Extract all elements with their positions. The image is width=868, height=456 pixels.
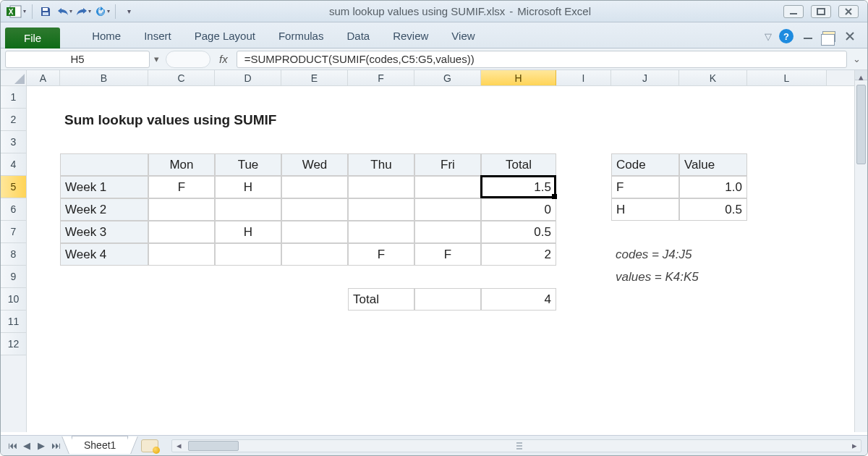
tab-insert[interactable]: Insert	[132, 25, 183, 48]
sheet-title[interactable]: Sum lookup values using SUMIF	[60, 109, 556, 131]
grand-total-spacer[interactable]	[414, 288, 481, 311]
table-cell[interactable]	[414, 198, 481, 221]
week-label[interactable]: Week 3	[60, 221, 148, 243]
col-header-B[interactable]: B	[60, 70, 148, 85]
table-cell[interactable]	[281, 176, 348, 198]
note-values[interactable]: values = K4:K5	[611, 266, 827, 288]
table-cell[interactable]	[281, 243, 348, 266]
table-cell[interactable]: F	[148, 176, 215, 198]
col-header-J[interactable]: J	[611, 70, 679, 85]
vscroll-thumb[interactable]	[856, 85, 866, 164]
table-cell[interactable]: H	[215, 176, 281, 198]
tab-nav-first-icon[interactable]: ⏮	[5, 439, 20, 453]
scroll-left-icon[interactable]: ◂	[172, 440, 185, 452]
table-header[interactable]: Fri	[414, 153, 481, 176]
table-cell[interactable]: F	[348, 243, 414, 266]
col-header-D[interactable]: D	[215, 70, 281, 85]
col-header-F[interactable]: F	[348, 70, 414, 85]
table-cell[interactable]	[348, 221, 414, 243]
grand-total-value[interactable]: 4	[481, 288, 556, 311]
table-header[interactable]: Wed	[281, 153, 348, 176]
row-header-3[interactable]: 3	[1, 131, 26, 153]
note-codes[interactable]: codes = J4:J5	[611, 243, 827, 266]
week-label[interactable]: Week 2	[60, 198, 148, 221]
workbook-restore-icon[interactable]	[822, 31, 835, 42]
tab-nav-last-icon[interactable]: ⏭	[48, 439, 63, 453]
tab-page-layout[interactable]: Page Layout	[183, 25, 267, 48]
table-cell[interactable]	[348, 198, 414, 221]
tab-view[interactable]: View	[440, 25, 486, 48]
row-header-12[interactable]: 12	[1, 333, 26, 355]
col-header-E[interactable]: E	[281, 70, 348, 85]
lookup-code[interactable]: F	[611, 176, 679, 198]
column-headers[interactable]: ABCDEFGHIJKL	[27, 70, 867, 86]
customize-qat-icon[interactable]: ▾	[121, 4, 137, 20]
col-header-G[interactable]: G	[414, 70, 481, 85]
refresh-icon[interactable]: ▾	[94, 4, 110, 20]
help-icon[interactable]: ?	[779, 29, 793, 43]
grand-total-label[interactable]: Total	[348, 288, 414, 311]
table-cell[interactable]	[215, 243, 281, 266]
select-all-corner[interactable]	[1, 70, 27, 86]
close-button[interactable]	[838, 5, 859, 18]
week-label[interactable]: Week 1	[60, 176, 148, 198]
col-header-L[interactable]: L	[747, 70, 827, 85]
table-header[interactable]: Total	[481, 153, 556, 176]
lookup-header-code[interactable]: Code	[611, 153, 679, 176]
table-cell[interactable]	[348, 176, 414, 198]
minimize-button[interactable]	[783, 5, 804, 18]
row-header-11[interactable]: 11	[1, 311, 26, 333]
lookup-code[interactable]: H	[611, 198, 679, 221]
col-header-A[interactable]: A	[27, 70, 60, 85]
save-icon[interactable]	[38, 4, 54, 20]
tab-formulas[interactable]: Formulas	[267, 25, 336, 48]
file-tab[interactable]: File	[5, 28, 60, 48]
row-total[interactable]: 0	[481, 198, 556, 221]
maximize-button[interactable]	[811, 5, 831, 18]
tab-home[interactable]: Home	[80, 25, 132, 48]
sheet-tab[interactable]: Sheet1	[72, 436, 128, 454]
table-cell[interactable]: H	[215, 221, 281, 243]
table-cell[interactable]	[281, 221, 348, 243]
ribbon-minimize-icon[interactable]: ▽	[765, 31, 772, 42]
table-cell[interactable]	[148, 221, 215, 243]
undo-icon[interactable]: ▾	[56, 4, 72, 20]
workbook-minimize-icon[interactable]	[801, 30, 815, 42]
week-label[interactable]: Week 4	[60, 243, 148, 266]
table-cell[interactable]	[414, 176, 481, 198]
table-cell[interactable]	[148, 243, 215, 266]
tab-review[interactable]: Review	[381, 25, 440, 48]
name-box[interactable]: H5	[5, 51, 150, 68]
row-header-7[interactable]: 7	[1, 221, 26, 243]
tab-nav-prev-icon[interactable]: ◀	[20, 439, 34, 453]
row-header-8[interactable]: 8	[1, 243, 26, 266]
new-sheet-icon[interactable]	[141, 439, 158, 452]
row-total[interactable]: 0.5	[481, 221, 556, 243]
row-headers[interactable]: 123456789101112	[1, 86, 27, 432]
lookup-header-value[interactable]: Value	[679, 153, 747, 176]
col-header-I[interactable]: I	[556, 70, 611, 85]
col-header-H[interactable]: H	[481, 70, 556, 85]
table-header[interactable]: Thu	[348, 153, 414, 176]
formula-buttons[interactable]	[166, 51, 210, 68]
tab-data[interactable]: Data	[335, 25, 381, 48]
col-header-C[interactable]: C	[148, 70, 215, 85]
name-box-dropdown-icon[interactable]: ▾	[150, 51, 163, 68]
table-cell[interactable]: F	[414, 243, 481, 266]
row-header-2[interactable]: 2	[1, 109, 26, 131]
table-header[interactable]: Mon	[148, 153, 215, 176]
row-header-6[interactable]: 6	[1, 198, 26, 221]
tab-nav-next-icon[interactable]: ▶	[34, 439, 48, 453]
row-total[interactable]: 2	[481, 243, 556, 266]
row-header-4[interactable]: 4	[1, 153, 26, 176]
table-cell[interactable]	[148, 198, 215, 221]
row-header-10[interactable]: 10	[1, 288, 26, 311]
redo-icon[interactable]: ▾	[75, 4, 91, 20]
table-header[interactable]: Tue	[215, 153, 281, 176]
vertical-scrollbar[interactable]: ▴	[854, 70, 867, 432]
lookup-value[interactable]: 0.5	[679, 198, 747, 221]
hscroll-thumb[interactable]	[188, 441, 239, 451]
lookup-value[interactable]: 1.0	[679, 176, 747, 198]
table-cell[interactable]	[215, 198, 281, 221]
cells-area[interactable]: Sum lookup values using SUMIFMonTueWedTh…	[27, 86, 867, 432]
